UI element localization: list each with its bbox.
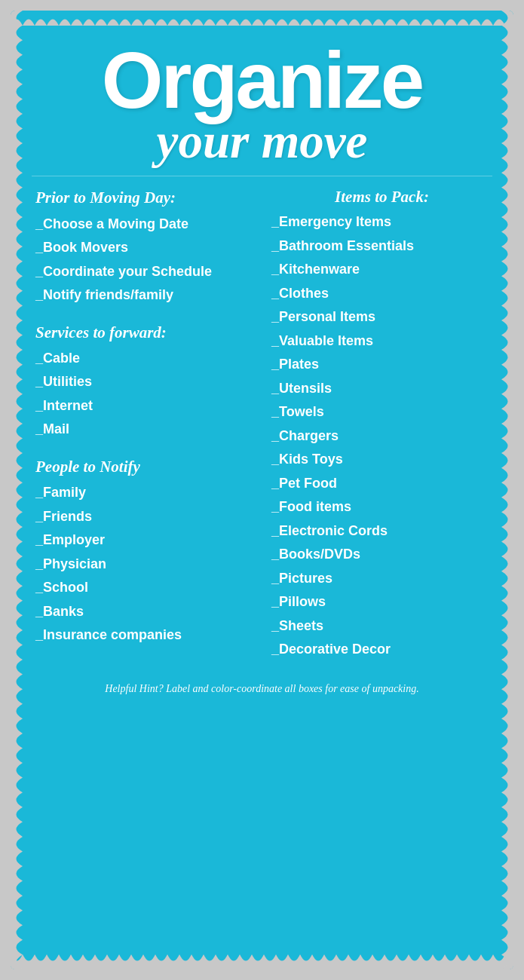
right-column: Items to Pack: _Emergency Items_Bathroom…	[268, 188, 492, 662]
outer-wrapper: Organize your move Prior to Moving Day: …	[0, 0, 524, 980]
section-prior-header: Prior to Moving Day:	[35, 188, 256, 208]
title-sub: your move	[32, 115, 492, 169]
main-card: Organize your move Prior to Moving Day: …	[11, 11, 513, 969]
pack-item-2: _Bathroom Essentials	[271, 234, 492, 259]
pack-item-4: _Clothes	[271, 282, 492, 306]
pack-item-15: _Books/DVDs	[271, 543, 492, 567]
pack-item-17: _Pillows	[271, 590, 492, 614]
pack-item-11: _Kids Toys	[271, 448, 492, 472]
section-services-header: Services to forward:	[35, 323, 256, 343]
services-item-1: _Cable	[35, 347, 256, 371]
pack-item-18: _Sheets	[271, 614, 492, 639]
people-item-2: _Friends	[35, 505, 256, 529]
prior-item-4: _Notify friends/family	[35, 283, 256, 308]
pack-item-13: _Food items	[271, 495, 492, 519]
section-people: People to Notify _Family _Friends _Emplo…	[35, 457, 256, 648]
services-item-2: _Utilities	[35, 370, 256, 394]
prior-item-3: _Coordinate your Schedule	[35, 260, 256, 284]
right-header: Items to Pack:	[271, 188, 492, 207]
pack-item-7: _Plates	[271, 353, 492, 377]
prior-item-1: _Choose a Moving Date	[35, 213, 256, 237]
pack-item-12: _Pet Food	[271, 472, 492, 496]
title-main: Organize	[32, 43, 492, 118]
pack-item-10: _Chargers	[271, 424, 492, 449]
pack-item-9: _Towels	[271, 400, 492, 424]
pack-item-14: _Electronic Cords	[271, 519, 492, 544]
people-item-7: _Insurance companies	[35, 623, 256, 648]
pack-item-3: _Kitchenware	[271, 258, 492, 282]
items-list: _Emergency Items_Bathroom Essentials_Kit…	[271, 210, 492, 662]
pack-item-5: _Personal Items	[271, 305, 492, 329]
services-item-3: _Internet	[35, 394, 256, 418]
section-prior: Prior to Moving Day: _Choose a Moving Da…	[35, 188, 256, 307]
prior-item-2: _Book Movers	[35, 236, 256, 260]
people-item-3: _Employer	[35, 528, 256, 553]
section-people-header: People to Notify	[35, 457, 256, 477]
pack-item-1: _Emergency Items	[271, 210, 492, 234]
pack-item-19: _Decorative Decor	[271, 638, 492, 662]
pack-item-8: _Utensils	[271, 377, 492, 401]
people-item-5: _School	[35, 576, 256, 600]
people-item-6: _Banks	[35, 600, 256, 624]
left-column: Prior to Moving Day: _Choose a Moving Da…	[32, 188, 256, 647]
people-item-1: _Family	[35, 481, 256, 505]
people-item-4: _Physician	[35, 553, 256, 577]
services-item-4: _Mail	[35, 418, 256, 442]
pack-item-6: _Valuable Items	[271, 329, 492, 354]
pack-item-16: _Pictures	[271, 567, 492, 591]
section-services: Services to forward: _Cable _Utilities _…	[35, 323, 256, 442]
footer-hint: Helpful Hint? Label and color-coordinate…	[32, 681, 492, 697]
